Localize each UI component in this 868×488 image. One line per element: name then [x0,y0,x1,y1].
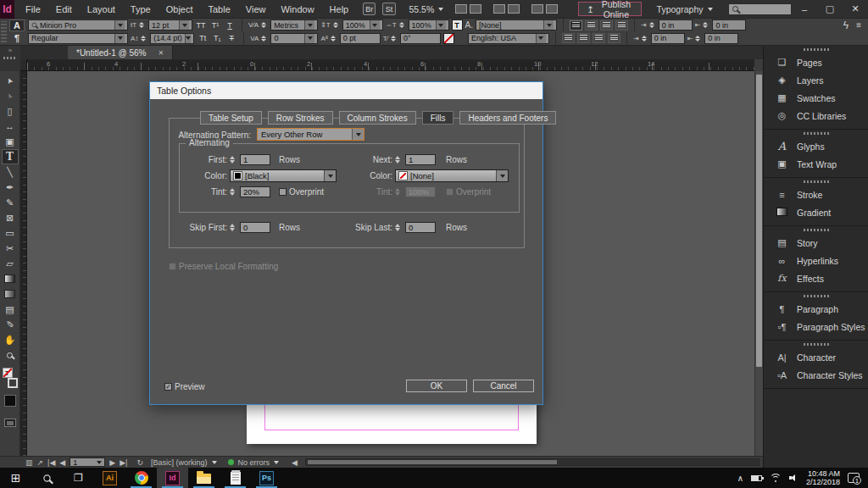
screen-mode-toggle[interactable] [4,419,16,427]
dropdown-arrow[interactable] [114,20,125,30]
taskbar-fax-scan[interactable] [220,468,251,488]
horizontal-scrollbar[interactable] [305,458,760,466]
dialog-tab-table-setup[interactable]: Table Setup [200,111,262,125]
text-fill-indicator[interactable]: T [3,368,13,378]
first-rows-field[interactable]: 1 [240,154,270,165]
dropdown-arrow[interactable] [304,34,314,43]
dock-grip[interactable] [3,57,17,59]
collapse-panel-icon[interactable]: » [8,47,12,54]
control-panel-grip[interactable] [1,21,7,42]
first-line-indent-stepper[interactable] [642,36,648,42]
font-family-select[interactable]: Minion Pro [28,19,128,30]
underline-button[interactable]: T [224,19,236,30]
left-indent-field[interactable]: 0 in [659,19,693,30]
last-line-indent-stepper[interactable] [695,36,702,42]
view-options-button[interactable] [455,4,481,14]
menu-table[interactable]: Table [201,0,238,19]
first-rows-stepper[interactable] [230,156,237,164]
first-tint-field[interactable]: 20% [240,186,270,197]
minimize-button[interactable]: – [792,0,817,19]
panel-button-gradient[interactable]: Gradient [764,203,868,221]
panel-button-text-wrap[interactable]: ▣Text Wrap [764,155,868,173]
export-icon[interactable]: ↗ [37,458,44,467]
text-stroke-swatch[interactable] [443,33,454,44]
zoom-tool[interactable] [2,347,19,363]
panel-button-swatches[interactable]: ▦Swatches [764,89,868,107]
next-rows-stepper[interactable] [395,156,403,164]
line-tool[interactable]: ╲ [2,164,19,180]
panel-button-layers[interactable]: ◈Layers [764,71,868,89]
align-right-button[interactable] [600,20,613,30]
fill-stroke-widget[interactable]: T [3,368,18,388]
panel-button-hyperlinks[interactable]: ∞Hyperlinks [764,252,868,269]
taskbar-photoshop[interactable]: Ps [251,468,282,488]
vertical-scale-field[interactable]: 100% [342,19,383,30]
rectangle-tool[interactable]: ▭ [2,225,19,241]
close-tab-icon[interactable]: ✕ [158,49,164,57]
right-indent-field[interactable]: 0 in [712,19,746,30]
character-style-select[interactable]: [None] [476,19,557,30]
skip-first-stepper[interactable] [230,224,237,231]
document-tab[interactable]: *Untitled-1 @ 56% ✕ [68,46,173,59]
dropdown-arrow[interactable] [304,20,314,30]
arrange-documents-button[interactable] [531,4,558,14]
cancel-button[interactable]: Cancel [473,380,534,392]
panel-button-paragraph-styles[interactable]: ▫¶Paragraph Styles [764,318,868,336]
zoom-level-select[interactable]: 55.5% [409,4,444,14]
battery-icon[interactable] [751,475,762,481]
free-transform-tool[interactable]: ▱ [2,256,19,271]
horizontal-scale-stepper[interactable] [399,22,406,28]
taskbar-chrome[interactable] [125,468,157,488]
dialog-tab-column-strokes[interactable]: Column Strokes [339,111,416,125]
justify-all-button[interactable] [608,33,620,43]
skew-stepper[interactable] [391,36,398,42]
baseline-shift-field[interactable]: 0 pt [340,33,381,44]
menu-edit[interactable]: Edit [48,0,80,19]
panel-button-glyphs[interactable]: AGlyphs [764,137,868,155]
vertical-scale-stepper[interactable] [333,22,340,28]
strikethrough-button[interactable]: T [225,33,237,44]
dialog-tab-headers-and-footers[interactable]: Headers and Footers [459,111,556,125]
leading-field[interactable]: (14.4 pt) [150,33,194,44]
pen-tool[interactable]: ✒ [2,180,19,195]
page-tool[interactable]: ▯ [2,103,19,119]
panel-button-story[interactable]: ▤Story [764,234,868,252]
taskbar-illustrator[interactable]: Ai [94,468,125,488]
kerning-stepper[interactable] [261,22,268,28]
superscript-button[interactable]: T¹ [209,19,221,30]
next-color-select[interactable]: [None] [395,169,509,182]
screen-mode-button[interactable] [493,4,520,14]
next-rows-field[interactable]: 1 [405,154,436,165]
dropdown-arrow[interactable] [496,170,508,181]
scissors-tool[interactable]: ✂ [2,241,19,256]
quick-apply-icon[interactable]: ϟ [843,19,849,31]
rectangle-frame-tool[interactable]: ⊠ [2,210,19,225]
selection-tool[interactable]: ➤ [2,73,19,88]
justify-right-button[interactable] [593,33,605,43]
panel-group-grip[interactable] [764,130,868,137]
tracking-stepper[interactable] [261,36,268,42]
skip-last-field[interactable]: 0 [405,222,436,233]
panel-group-grip[interactable] [764,226,868,234]
note-tool[interactable]: ▤ [2,302,19,317]
right-indent-stepper[interactable] [703,22,709,28]
panel-group-grip[interactable] [764,178,868,186]
vertical-scrollbar-thumb[interactable] [756,75,762,367]
panel-button-stroke[interactable]: ≡Stroke [764,186,868,203]
first-tint-stepper[interactable] [230,188,237,196]
last-page-button[interactable]: ▶| [120,458,127,467]
menu-type[interactable]: Type [123,0,159,19]
gap-tool[interactable]: ↔ [2,119,19,134]
panel-button-character-styles[interactable]: ▫ACharacter Styles [764,366,868,384]
hand-tool[interactable]: ✋ [2,332,19,347]
task-view-button[interactable]: ❐ [63,468,94,488]
subscript-button[interactable]: T₁ [211,33,223,44]
kerning-field[interactable]: Metrics [270,19,318,30]
align-center-button[interactable] [585,20,598,30]
ruler-origin-box[interactable] [20,59,27,71]
taskbar-file-explorer[interactable] [188,468,220,488]
first-color-select[interactable]: [Black] [230,169,337,182]
skew-field[interactable]: 0° [400,33,441,44]
panel-group-grip[interactable] [764,46,868,53]
language-select[interactable]: English: USA [468,33,549,44]
